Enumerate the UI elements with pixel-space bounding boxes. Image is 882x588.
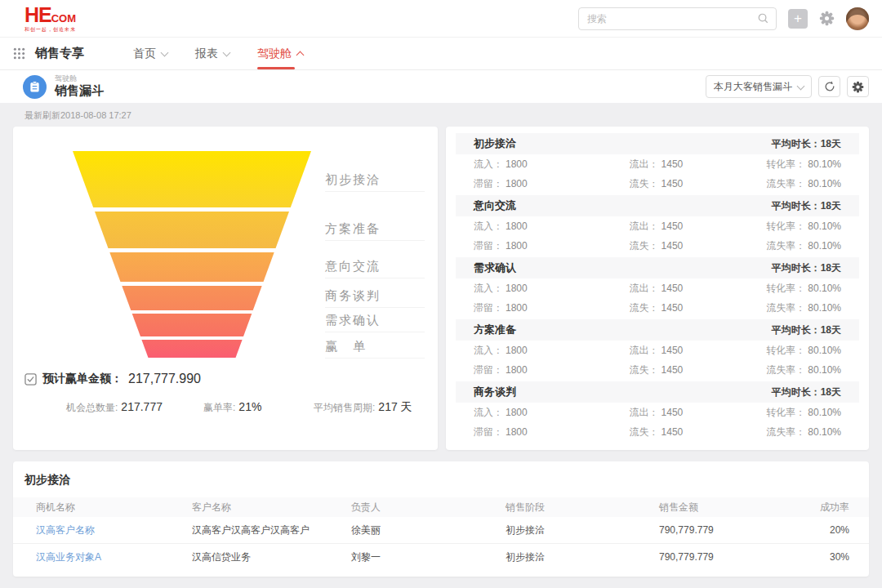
stage-avg-duration: 平均时长：18天 [772, 261, 841, 275]
user-avatar[interactable] [846, 7, 869, 30]
settings-icon[interactable] [819, 11, 835, 26]
stage-avg-duration: 平均时长：18天 [772, 385, 841, 399]
stage-metric-row: 滞留：1800流失：1450流失率：80.10% [456, 236, 859, 256]
stage-metric: 转化率：80.10% [766, 220, 841, 234]
gear-button[interactable] [847, 76, 869, 97]
funnel-stage-label: 方案准备 [325, 219, 425, 241]
breadcrumb: 驾驶舱 [55, 75, 104, 83]
chevron-down-icon [797, 82, 805, 90]
stage-section: 初步接洽 平均时长：18天 流入：1800流出：1450转化率：80.10%滞留… [456, 133, 859, 194]
table-section-title: 初步接洽 [13, 461, 869, 488]
table-row: 汉高业务对象A汉高信贷业务刘黎一初步接洽790,779.77930% [13, 543, 869, 570]
funnel-filter-select[interactable]: 本月大客销售漏斗 [706, 75, 812, 98]
hecom-logo: HECOM 和创一起，创造未来 [24, 5, 76, 32]
page-header: 驾驶舱 销售漏斗 本月大客销售漏斗 [0, 70, 882, 103]
table-cell: 20% [814, 524, 849, 536]
stage-section: 需求确认 平均时长：18天 流入：1800流出：1450转化率：80.10%滞留… [456, 257, 859, 318]
stage-metric-row: 流入：1800流出：1450转化率：80.10% [456, 278, 859, 298]
opportunity-link[interactable]: 汉高客户名称 [36, 523, 192, 537]
table-column-header: 成功率 [814, 501, 849, 514]
stage-metric: 流失：1450 [630, 363, 767, 377]
stage-metric: 转化率：80.10% [766, 282, 841, 296]
funnel-segment [73, 151, 311, 207]
stage-metric: 流失：1450 [630, 177, 767, 191]
stage-metric: 滞留：1800 [474, 301, 630, 315]
nav-item-cockpit[interactable]: 驾驶舱 [257, 38, 303, 69]
funnel-segment [95, 212, 289, 248]
stage-metric: 流入：1800 [474, 220, 630, 234]
active-tab-indicator [257, 67, 295, 69]
stage-metric: 流失：1450 [630, 239, 767, 253]
chevron-up-icon [296, 51, 305, 60]
app-grid-icon[interactable] [13, 47, 25, 60]
stage-metric: 流出：1450 [630, 406, 767, 420]
table-column-header: 商机名称 [36, 501, 192, 514]
stage-metric-row: 流入：1800流出：1450转化率：80.10% [456, 216, 859, 236]
summary-stat: 平均销售周期:217 天 [314, 399, 412, 415]
stage-metric-row: 滞留：1800流失：1450流失率：80.10% [456, 174, 859, 194]
table-column-header: 客户名称 [192, 501, 351, 514]
search-input[interactable] [586, 12, 757, 25]
stage-section-header: 商务谈判 平均时长：18天 [456, 381, 859, 403]
stage-title: 方案准备 [474, 323, 516, 337]
stage-metric: 流失率：80.10% [766, 239, 841, 253]
stage-title: 初步接洽 [474, 136, 516, 151]
expected-amount-label: 预计赢单金额： [42, 372, 122, 386]
stage-metric: 转化率：80.10% [766, 406, 841, 420]
stage-metric: 转化率：80.10% [766, 344, 841, 358]
stage-metric: 流失率：80.10% [766, 363, 841, 377]
table-cell: 汉高信贷业务 [192, 550, 351, 564]
refresh-button[interactable] [818, 76, 840, 97]
page-title: 销售漏斗 [55, 84, 104, 98]
chevron-down-icon [161, 48, 169, 56]
stage-metric-row: 流入：1800流出：1450转化率：80.10% [456, 403, 859, 422]
stage-metric-row: 流入：1800流出：1450转化率：80.10% [456, 341, 859, 360]
opportunity-link[interactable]: 汉高业务对象A [36, 550, 192, 564]
stage-metric: 流失：1450 [630, 425, 767, 439]
nav-item-home[interactable]: 首页 [133, 38, 167, 69]
funnel-stage-label: 商务谈判 [325, 286, 425, 308]
stage-metric: 滞留：1800 [474, 425, 630, 439]
stage-metric-row: 滞留：1800流失：1450流失率：80.10% [456, 422, 859, 442]
checkbox-icon [24, 373, 37, 385]
stage-metric: 滞留：1800 [474, 363, 630, 377]
add-button[interactable]: + [788, 9, 808, 29]
stage-section: 方案准备 平均时长：18天 流入：1800流出：1450转化率：80.10%滞留… [456, 319, 859, 380]
stage-avg-duration: 平均时长：18天 [772, 323, 841, 337]
logo-text: HE [24, 3, 51, 26]
stage-metric: 滞留：1800 [474, 177, 630, 191]
global-search[interactable] [578, 7, 777, 30]
table-cell: 徐美丽 [351, 523, 506, 537]
search-icon [757, 12, 769, 24]
stage-title: 需求确认 [474, 261, 516, 275]
top-bar: HECOM 和创一起，创造未来 + [0, 0, 882, 38]
stage-avg-duration: 平均时长：18天 [772, 137, 841, 151]
sales-funnel-chart: 初步接洽方案准备意向交流商务谈判需求确认赢 单 [13, 127, 438, 372]
logo-tagline: 和创一起，创造未来 [24, 27, 76, 32]
table-cell: 汉高客户汉高客户汉高客户 [192, 523, 351, 537]
stage-metric: 滞留：1800 [474, 239, 630, 253]
funnel-stage-label: 需求确认 [325, 310, 425, 332]
stage-metric: 流失：1450 [630, 301, 767, 315]
summary-stat: 机会总数量:217.777 [66, 399, 163, 415]
stage-metric: 流出：1450 [630, 344, 767, 358]
stage-section-header: 方案准备 平均时长：18天 [456, 319, 859, 341]
stage-metric: 流失率：80.10% [766, 177, 841, 191]
funnel-stage-label: 赢 单 [325, 336, 425, 359]
opportunity-table-card: 初步接洽 商机名称客户名称负责人销售阶段销售金额成功率 汉高客户名称汉高客户汉高… [13, 461, 869, 577]
expected-amount-value: 217,777.990 [128, 372, 201, 386]
table-cell: 初步接洽 [506, 523, 659, 537]
table-column-header: 销售阶段 [506, 501, 659, 514]
stage-metric: 流入：1800 [474, 344, 630, 358]
stage-title: 意向交流 [474, 198, 516, 213]
stage-section-header: 初步接洽 平均时长：18天 [456, 133, 859, 154]
table-row: 汉高客户名称汉高客户汉高客户汉高客户徐美丽初步接洽790,779.77920% [13, 517, 869, 543]
nav-item-reports[interactable]: 报表 [195, 38, 229, 69]
funnel-summary: 预计赢单金额： 217,777.990 机会总数量:217.777赢单率:21%… [24, 372, 426, 419]
stage-section: 商务谈判 平均时长：18天 流入：1800流出：1450转化率：80.10%滞留… [456, 381, 859, 442]
funnel-segment [141, 340, 242, 358]
last-refresh-timestamp: 最新刷新2018-08-08 17:27 [24, 109, 882, 122]
funnel-segment [132, 314, 252, 336]
stage-metric: 流失率：80.10% [766, 301, 841, 315]
table-cell: 30% [814, 551, 849, 563]
